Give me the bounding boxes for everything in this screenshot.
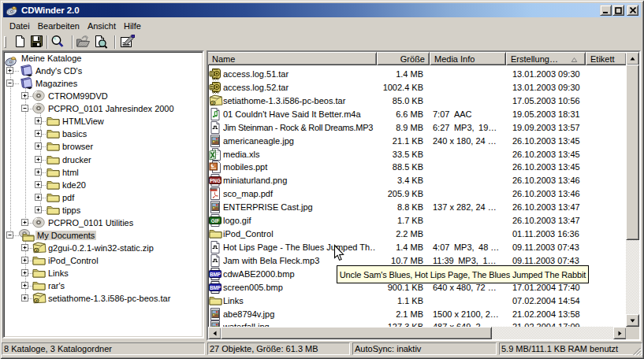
svg-text:z: z [212,101,214,105]
svg-text:GIF: GIF [211,218,220,224]
svg-text:BMP: BMP [210,285,221,291]
svg-text:BMP: BMP [210,272,221,277]
svg-text:PNG: PNG [210,178,221,183]
svg-text:z: z [35,298,38,303]
svg-text:z: z [35,248,38,253]
